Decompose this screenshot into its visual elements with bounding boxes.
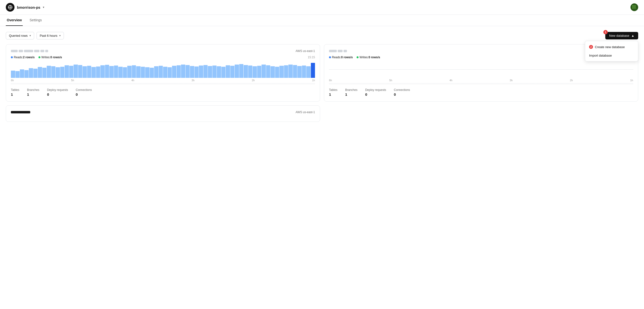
bar-27 xyxy=(132,65,136,78)
card1-legend: Reads:2 rows/s Writes:0 rows/s xyxy=(11,56,62,59)
bar-0 xyxy=(11,71,15,78)
create-db-label: Create new database xyxy=(595,45,625,49)
card2-reads-dot xyxy=(329,56,331,58)
bar-62 xyxy=(288,64,293,78)
card1-writes-legend: Writes:0 rows/s xyxy=(38,56,62,59)
card2-legend: Reads:0 rows/s Writes:0 rows/s xyxy=(329,56,380,59)
org-name[interactable]: bmorrison-ps xyxy=(17,5,40,9)
card1-branches-stat: Branches 1 xyxy=(27,88,40,96)
placeholder-3 xyxy=(24,50,33,52)
create-new-database-item[interactable]: 2 Create new database xyxy=(585,42,638,51)
metric-dropdown[interactable]: Queried rows ▾ xyxy=(6,32,34,39)
avatar[interactable] xyxy=(630,3,638,11)
bar-59 xyxy=(275,67,280,78)
bar-49 xyxy=(230,66,235,78)
card2-tables-stat: Tables 1 xyxy=(329,88,338,96)
db-card-3-partial[interactable]: AWS us-east-1 xyxy=(6,105,320,122)
card1-stats: Reads:2 rows/s Writes:0 rows/s 15:15 xyxy=(11,56,315,59)
card2-writes-legend: Writes:0 rows/s xyxy=(356,56,380,59)
bar-20 xyxy=(100,65,105,78)
card2-dashed-line xyxy=(329,83,633,83)
tab-overview[interactable]: Overview xyxy=(6,15,23,26)
bar-3 xyxy=(24,70,29,78)
tab-settings[interactable]: Settings xyxy=(28,15,43,26)
time-label: Past 6 hours xyxy=(40,34,57,37)
card1-header: AWS us-east-1 xyxy=(11,49,315,53)
bar-36 xyxy=(172,66,176,78)
card1-connections-stat: Connections 0 xyxy=(76,88,92,96)
import-database-item[interactable]: Import database xyxy=(585,51,638,60)
bar-24 xyxy=(118,67,123,78)
svg-rect-7 xyxy=(632,8,633,8)
org-chevron-icon[interactable]: ▾ xyxy=(43,5,44,9)
bar-55 xyxy=(257,66,262,78)
placeholder-c xyxy=(344,50,347,52)
card2-chart-empty xyxy=(329,61,633,78)
bar-28 xyxy=(136,66,140,78)
placeholder-a xyxy=(329,50,337,52)
bar-38 xyxy=(181,64,185,78)
bar-6 xyxy=(38,67,42,78)
card1-writes-label: Writes:0 rows/s xyxy=(41,56,62,59)
svg-rect-5 xyxy=(634,6,634,7)
bar-12 xyxy=(64,65,69,78)
db-card-1[interactable]: AWS us-east-1 Reads:2 rows/s Writes:0 ro… xyxy=(6,44,320,102)
new-db-wrapper: 1 New database ▲ 2 Create new database I… xyxy=(605,32,638,39)
new-db-dropdown-menu: 2 Create new database Import database xyxy=(585,41,638,61)
bar-8 xyxy=(47,66,51,78)
svg-rect-2 xyxy=(634,5,634,6)
bar-11 xyxy=(60,67,64,78)
card2-chart-labels: 6h 5h 4h 3h 2h 1h xyxy=(329,79,633,82)
card1-footer: Tables 1 Branches 1 Deploy requests 0 Co… xyxy=(11,84,315,96)
card1-bars xyxy=(11,61,315,78)
bar-26 xyxy=(127,66,132,78)
writes-dot xyxy=(38,56,40,58)
import-db-label: Import database xyxy=(589,54,612,57)
card3-name-block xyxy=(11,111,30,113)
card2-reads-label: Reads:0 rows/s xyxy=(332,56,353,59)
card1-tables-stat: Tables 1 xyxy=(11,88,19,96)
placeholder-1 xyxy=(11,50,18,52)
new-database-button[interactable]: 1 New database ▲ xyxy=(605,32,638,39)
bar-48 xyxy=(226,65,230,78)
bar-37 xyxy=(176,65,181,78)
bar-1 xyxy=(16,71,20,78)
bar-34 xyxy=(163,67,168,78)
metric-label: Queried rows xyxy=(9,34,28,37)
time-chevron-icon: ▾ xyxy=(59,34,61,37)
toolbar-left: Queried rows ▾ Past 6 hours ▾ xyxy=(6,32,64,39)
card3-db-name xyxy=(11,111,30,113)
bar-33 xyxy=(159,66,163,78)
bar-29 xyxy=(141,67,145,78)
svg-rect-1 xyxy=(632,5,633,6)
bar-41 xyxy=(194,66,199,78)
placeholder-b xyxy=(338,50,342,52)
nav-tabs: Overview Settings xyxy=(0,15,644,26)
bar-13 xyxy=(69,66,74,78)
time-dropdown[interactable]: Past 6 hours ▾ xyxy=(36,32,64,39)
bar-2 xyxy=(20,69,24,78)
bar-50 xyxy=(235,64,239,78)
bar-57 xyxy=(266,65,270,78)
bar-54 xyxy=(252,66,257,78)
bar-9 xyxy=(51,66,56,78)
card2-connections-stat: Connections 0 xyxy=(394,88,410,96)
svg-rect-3 xyxy=(635,5,636,6)
bar-32 xyxy=(154,66,158,78)
bar-58 xyxy=(270,66,275,78)
bar-43 xyxy=(204,65,208,78)
bar-10 xyxy=(56,67,60,78)
bar-52 xyxy=(244,65,248,78)
card1-reads-label: Reads:2 rows/s xyxy=(14,56,34,59)
bar-61 xyxy=(284,65,288,78)
bar-7 xyxy=(42,68,47,78)
bar-14 xyxy=(74,64,78,78)
card2-writes-label: Writes:0 rows/s xyxy=(360,56,380,59)
bar-42 xyxy=(199,65,203,78)
logo[interactable] xyxy=(6,3,14,11)
bar-60 xyxy=(280,66,284,78)
card1-db-name xyxy=(11,50,48,52)
bar-67 xyxy=(311,63,315,78)
card2-db-name xyxy=(329,50,347,52)
card3-name-placeholder xyxy=(11,111,30,113)
